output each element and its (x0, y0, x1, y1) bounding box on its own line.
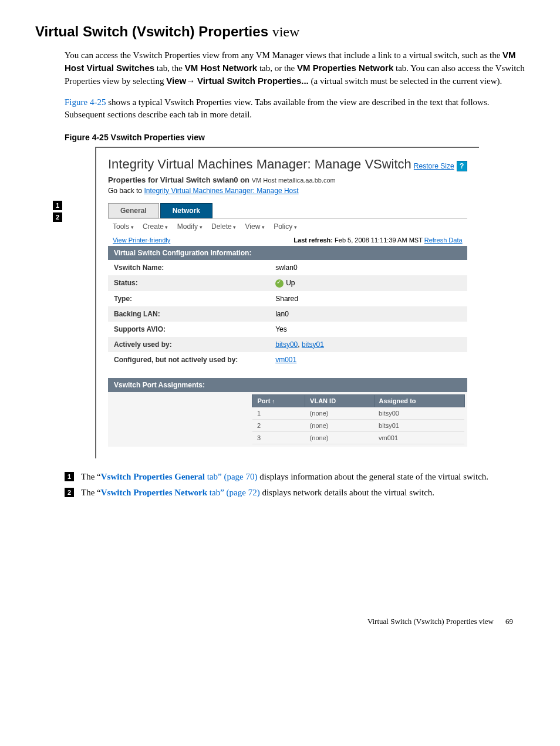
tab-bar: General Network (108, 203, 467, 218)
col-port[interactable]: Port ↑ (252, 394, 305, 407)
properties-subtitle: Properties for Virtual Switch swlan0 on … (108, 175, 467, 184)
go-back-link[interactable]: Integrity Virtual Machines Manager: Mana… (144, 187, 298, 195)
callout-num-1: 1 (65, 472, 74, 481)
toolbar: Tools Create Modify Delete View Policy (108, 218, 467, 234)
sort-up-icon: ↑ (272, 399, 275, 404)
table-row: 1(none)bitsy00 (252, 407, 464, 419)
network-tab-link[interactable]: Vswitch Properties Network tab” (page 72… (101, 488, 260, 497)
window-title: Integrity Virtual Machines Manager: Mana… (108, 157, 411, 171)
refresh-data-link[interactable]: Refresh Data (424, 237, 463, 244)
status-up-icon (275, 279, 284, 288)
vm-link-bitsy01[interactable]: bitsy01 (302, 340, 324, 349)
tab-general[interactable]: General (108, 203, 159, 218)
page-heading: Virtual Switch (Vswitch) Properties view (35, 23, 525, 40)
figure-screenshot: Integrity Virtual Machines Manager: Mana… (95, 147, 479, 458)
tab-network[interactable]: Network (160, 203, 212, 218)
callout-marker-1: 1 (53, 201, 62, 210)
menu-modify[interactable]: Modify (177, 222, 203, 231)
breadcrumb: Go back to Integrity Virtual Machines Ma… (108, 187, 467, 195)
callout-marker-2: 2 (53, 212, 62, 222)
vm-link-vm001[interactable]: vm001 (275, 356, 296, 364)
intro-paragraph-2: Figure 4-25 shows a typical Vswitch Prop… (65, 96, 525, 121)
config-info-table: Vswitch Name:swlan0 Status:Up Type:Share… (108, 260, 467, 367)
col-vlan[interactable]: VLAN ID (305, 394, 374, 407)
menu-delete[interactable]: Delete (211, 222, 236, 231)
section-port-assignments: Vswitch Port Assignments: (108, 378, 467, 392)
col-assigned[interactable]: Assigned to (374, 394, 464, 407)
page-footer: Virtual Switch (Vswitch) Properties view… (35, 617, 525, 626)
menu-view[interactable]: View (245, 222, 265, 231)
section-config-info: Virtual Switch Configuration Information… (108, 246, 467, 260)
callout-list: 1 The “Vswitch Properties General tab” (… (65, 470, 525, 499)
callout-num-2: 2 (65, 488, 74, 497)
figure-caption: Figure 4-25 Vswitch Properties view (65, 133, 525, 142)
help-icon[interactable]: ? (457, 161, 467, 171)
table-row: 2(none)bitsy01 (252, 419, 464, 431)
port-table: Port ↑ VLAN ID Assigned to 1(none)bitsy0… (252, 394, 464, 444)
restore-size-link[interactable]: Restore Size (414, 162, 454, 170)
intro-paragraph-1: You can access the Vswitch Properties vi… (65, 49, 525, 87)
printer-friendly-link[interactable]: View Printer-friendly (113, 237, 170, 244)
menu-create[interactable]: Create (143, 222, 168, 231)
general-tab-link[interactable]: Vswitch Properties General tab” (page 70… (101, 472, 258, 481)
menu-tools[interactable]: Tools (113, 222, 134, 231)
last-refresh: Last refresh: Feb 5, 2008 11:11:39 AM MS… (294, 237, 462, 244)
vm-link-bitsy00[interactable]: bitsy00 (275, 340, 298, 349)
table-row: 3(none)vm001 (252, 431, 464, 444)
menu-policy[interactable]: Policy (274, 222, 297, 231)
figure-ref-link[interactable]: Figure 4-25 (65, 97, 106, 107)
